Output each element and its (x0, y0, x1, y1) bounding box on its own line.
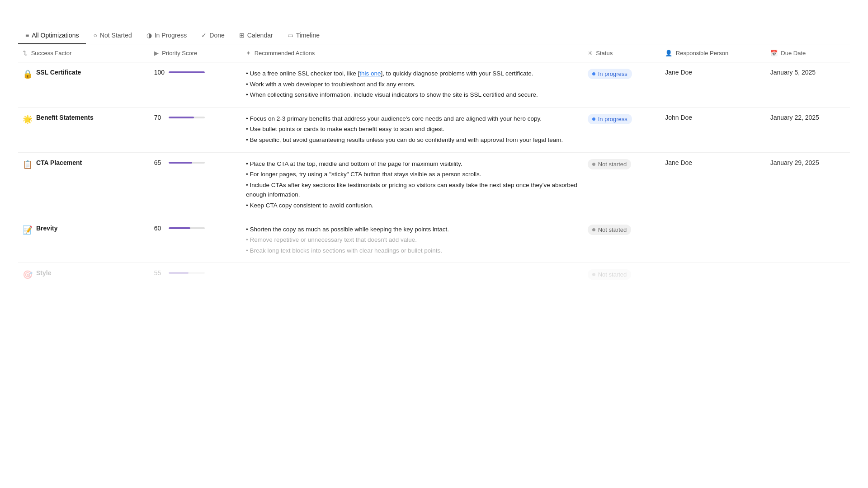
recommended-actions-cell: • Use a free online SSL checker tool, li… (241, 62, 583, 108)
sort-icon: ⇅ (23, 50, 28, 56)
responsible-person-cell (660, 263, 765, 286)
row-name: Benefit Statements (36, 114, 94, 121)
action-item: • Use a free online SSL checker tool, li… (246, 69, 579, 79)
score-number: 100 (154, 69, 165, 76)
due-date-cell: January 5, 2025 (766, 62, 850, 108)
row-icon: 📝 (23, 225, 33, 235)
action-item: • Keep CTA copy consistent to avoid conf… (246, 201, 579, 211)
tab-done[interactable]: ✓ Done (194, 27, 231, 44)
flag-icon: ▶ (154, 50, 159, 56)
calendar-icon: ⊞ (239, 32, 245, 39)
status-badge: In progress (588, 114, 632, 124)
priority-score-cell: 60 (154, 225, 237, 232)
action-item: • Place the CTA at the top, middle and b… (246, 159, 579, 169)
progress-bar (169, 272, 205, 274)
responsible-person-cell: John Doe (660, 107, 765, 152)
circle-icon: ○ (93, 32, 97, 39)
nav-tabs: ≡ All Optimizations ○ Not Started ◑ In P… (18, 27, 850, 44)
col-header-status[interactable]: ✳ Status (583, 44, 661, 62)
action-item: • Remove repetitive or unnecessary text … (246, 235, 579, 245)
recommended-actions-cell: • Focus on 2-3 primary benefits that add… (241, 107, 583, 152)
timeline-icon: ▭ (288, 32, 293, 39)
action-item: • For longer pages, try using a "sticky"… (246, 169, 579, 179)
table-row: 🎯 Style 55 Not started (18, 263, 850, 286)
tab-not-started[interactable]: ○ Not Started (86, 27, 139, 44)
responsible-person-cell (660, 218, 765, 263)
status-text: Not started (598, 161, 627, 168)
progress-bar (169, 71, 205, 73)
priority-score-cell: 65 (154, 159, 237, 166)
tab-timeline[interactable]: ▭ Timeline (280, 27, 327, 44)
action-item: • Break long text blocks into sections w… (246, 246, 579, 256)
status-text: In progress (598, 70, 627, 77)
progress-bar (169, 117, 205, 118)
action-item: • Focus on 2-3 primary benefits that add… (246, 114, 579, 124)
responsible-person-cell: Jane Doe (660, 62, 765, 108)
action-item: • Use bullet points or cards to make eac… (246, 124, 579, 134)
success-factor-cell: 🎯 Style (23, 269, 145, 280)
status-dot (592, 273, 595, 276)
success-factor-cell: 📝 Brevity (23, 225, 145, 235)
success-factor-cell: 🔒 SSL Certificate (23, 69, 145, 79)
progress-bar (169, 162, 205, 164)
check-circle-icon: ✓ (201, 32, 207, 39)
due-date-cell: January 22, 2025 (766, 107, 850, 152)
recommended-actions-cell: • Place the CTA at the top, middle and b… (241, 152, 583, 218)
row-icon: 📋 (23, 160, 33, 169)
row-icon: 🔒 (23, 69, 33, 79)
status-text: Not started (598, 226, 627, 233)
progress-fill (169, 272, 189, 274)
col-header-priority-score[interactable]: ▶ Priority Score (150, 44, 241, 62)
status-badge: Not started (588, 225, 632, 235)
row-name: CTA Placement (36, 159, 82, 166)
row-name: SSL Certificate (36, 69, 81, 76)
progress-fill (169, 71, 205, 73)
progress-fill (169, 117, 194, 118)
status-icon: ✳ (588, 50, 593, 56)
status-text: In progress (598, 116, 627, 122)
person-icon: 👤 (665, 50, 672, 56)
row-icon: 🎯 (23, 270, 33, 280)
action-item: • Include CTAs after key sections like t… (246, 180, 579, 200)
status-dot (592, 72, 595, 75)
tab-all-optimizations[interactable]: ≡ All Optimizations (18, 27, 86, 44)
col-header-due-date[interactable]: 📅 Due Date (766, 44, 850, 62)
recommended-actions-cell: • Shorten the copy as much as possible w… (241, 218, 583, 263)
priority-score-cell: 70 (154, 114, 237, 121)
table-row: 🌟 Benefit Statements 70 • Focus on 2-3 p… (18, 107, 850, 152)
due-date-cell: January 29, 2025 (766, 152, 850, 218)
score-number: 70 (154, 114, 165, 121)
table-row: 📋 CTA Placement 65 • Place the CTA at th… (18, 152, 850, 218)
success-factor-cell: 🌟 Benefit Statements (23, 114, 145, 124)
row-name: Brevity (36, 225, 57, 232)
progress-fill (169, 162, 192, 164)
progress-bar (169, 227, 205, 229)
col-header-recommended-actions[interactable]: ✦ Recommended Actions (241, 44, 583, 62)
tab-in-progress[interactable]: ◑ In Progress (139, 27, 194, 44)
due-date-cell (766, 218, 850, 263)
col-header-responsible-person[interactable]: 👤 Responsible Person (660, 44, 765, 62)
score-number: 65 (154, 159, 165, 166)
priority-score-cell: 55 (154, 269, 237, 277)
col-header-success-factor[interactable]: ⇅ Success Factor (18, 44, 150, 62)
responsible-person-cell: Jane Doe (660, 152, 765, 218)
row-icon: 🌟 (23, 114, 33, 124)
status-badge: In progress (588, 69, 632, 79)
priority-score-cell: 100 (154, 69, 237, 76)
status-text: Not started (598, 271, 627, 278)
recommended-actions-cell (241, 263, 583, 286)
action-item: • When collecting sensitive information,… (246, 90, 579, 100)
action-item: • Shorten the copy as much as possible w… (246, 225, 579, 235)
list-icon: ≡ (25, 32, 29, 39)
row-name: Style (36, 269, 51, 277)
status-dot (592, 117, 595, 121)
status-badge: Not started (588, 269, 632, 280)
table-row: 🔒 SSL Certificate 100 • Use a free onlin… (18, 62, 850, 108)
tab-calendar[interactable]: ⊞ Calendar (232, 27, 280, 44)
table-row: 📝 Brevity 60 • Shorten the copy as much … (18, 218, 850, 263)
status-dot (592, 163, 595, 166)
star-icon: ✦ (246, 50, 251, 56)
status-badge: Not started (588, 159, 632, 169)
success-factor-cell: 📋 CTA Placement (23, 159, 145, 169)
inline-link[interactable]: this one (359, 70, 381, 77)
